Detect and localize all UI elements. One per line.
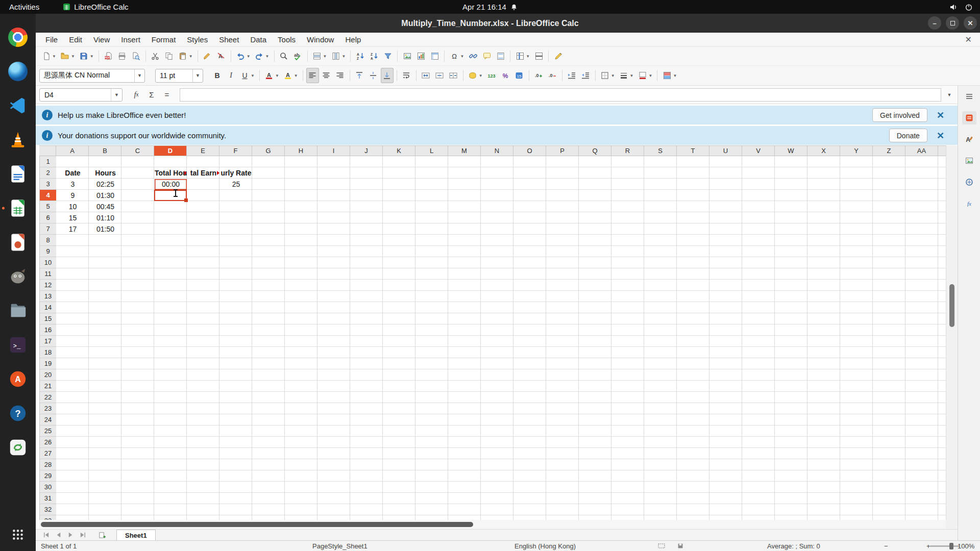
column-header-o[interactable]: O — [513, 146, 546, 156]
row-header-20[interactable]: 20 — [40, 369, 56, 381]
help-dock-item[interactable]: ? — [0, 396, 36, 430]
column-header-z[interactable]: Z — [873, 146, 905, 156]
chevron-down-icon[interactable]: ▼ — [189, 54, 193, 59]
page-style-status[interactable]: PageStyle_Sheet1 — [312, 541, 368, 551]
row-header-19[interactable]: 19 — [40, 358, 56, 369]
cell-d3[interactable]: 00:00 — [155, 179, 187, 190]
row-header-24[interactable]: 24 — [40, 414, 56, 425]
align-top-button[interactable] — [353, 68, 366, 83]
format-number-button[interactable]: 123 — [485, 68, 498, 83]
row-header-32[interactable]: 32 — [40, 504, 56, 515]
cell-b6[interactable]: 01:10 — [89, 213, 121, 223]
clear-formatting-button[interactable]: A — [215, 48, 228, 64]
clone-formatting-button[interactable] — [201, 48, 214, 64]
row-header-13[interactable]: 13 — [40, 291, 56, 302]
sidebar-functions[interactable]: fx — [962, 197, 976, 210]
firefox-dock-item[interactable] — [0, 54, 36, 88]
column-header-f[interactable]: F — [219, 146, 252, 156]
last-sheet-icon[interactable] — [77, 531, 89, 539]
format-percent-button[interactable]: % — [499, 68, 512, 83]
font-color-button[interactable]: A▼ — [263, 68, 281, 83]
column-header-s[interactable]: S — [644, 146, 677, 156]
headers-footers-button[interactable] — [494, 48, 507, 64]
add-decimal-button[interactable]: .0 — [532, 68, 545, 83]
row-header-29[interactable]: 29 — [40, 470, 56, 482]
selection-mode-icon[interactable] — [657, 541, 666, 551]
column-header-c[interactable]: C — [121, 146, 154, 156]
column-header-x[interactable]: X — [807, 146, 840, 156]
row-header-25[interactable]: 25 — [40, 425, 56, 437]
backups-dock-item[interactable] — [0, 430, 36, 464]
first-sheet-icon[interactable] — [40, 531, 52, 539]
column-header-r[interactable]: R — [611, 146, 644, 156]
column-header-n[interactable]: N — [481, 146, 513, 156]
close-infobar-icon[interactable]: ✕ — [937, 130, 944, 141]
close-button[interactable]: ✕ — [964, 16, 977, 30]
menu-sheet[interactable]: Sheet — [213, 33, 244, 46]
chevron-down-icon[interactable]: ▼ — [71, 54, 75, 59]
chevron-down-icon[interactable]: ▼ — [192, 69, 203, 82]
row-header-30[interactable]: 30 — [40, 482, 56, 493]
column-header-p[interactable]: P — [546, 146, 579, 156]
row-header-16[interactable]: 16 — [40, 324, 56, 336]
increase-indent-button[interactable] — [566, 68, 578, 83]
row-header-4[interactable]: 4 — [40, 190, 56, 201]
zoom-slider[interactable] — [930, 545, 960, 547]
libreoffice-calc-dock-item[interactable] — [0, 191, 36, 225]
autofilter-button[interactable] — [381, 48, 394, 64]
cell-a3[interactable]: 3 — [57, 179, 89, 190]
column-header-e[interactable]: E — [187, 146, 219, 156]
align-left-button[interactable] — [306, 68, 319, 83]
delete-decimal-button[interactable]: .0 — [546, 68, 559, 83]
row-header-26[interactable]: 26 — [40, 437, 56, 448]
cell-a7[interactable]: 17 — [57, 224, 89, 235]
insert-image-button[interactable] — [401, 48, 413, 64]
column-header-a[interactable]: A — [56, 146, 89, 156]
gimp-dock-item[interactable] — [0, 259, 36, 293]
column-header-d[interactable]: D — [154, 146, 187, 156]
vscode-icon[interactable] — [8, 95, 28, 116]
cell-b5[interactable]: 00:45 — [89, 202, 121, 212]
cell-b4[interactable]: 01:30 — [89, 190, 121, 201]
libreoffice-writer-dock-item[interactable] — [0, 157, 36, 191]
zoom-level[interactable]: 100% — [958, 541, 974, 551]
wrap-text-button[interactable] — [400, 68, 413, 83]
cell-f3[interactable]: 25 — [220, 179, 252, 190]
chrome-icon[interactable] — [8, 28, 28, 47]
column-header-w[interactable]: W — [775, 146, 807, 156]
hyperlink-button[interactable] — [467, 48, 479, 64]
chevron-down-icon[interactable]: ▼ — [630, 73, 634, 78]
cell-cursor-selection[interactable] — [154, 190, 187, 201]
power-icon[interactable] — [965, 3, 973, 11]
merge-cells-button[interactable] — [433, 68, 446, 83]
column-header-i[interactable]: I — [317, 146, 350, 156]
open-button[interactable]: ▼ — [59, 48, 77, 64]
row-header-23[interactable]: 23 — [40, 403, 56, 414]
chevron-down-icon[interactable]: ▼ — [526, 54, 530, 59]
chevron-down-icon[interactable]: ▼ — [134, 69, 144, 82]
vscode-dock-item[interactable] — [0, 88, 36, 122]
activities-button[interactable]: Activities — [0, 0, 48, 14]
row-header-12[interactable]: 12 — [40, 280, 56, 291]
menu-data[interactable]: Data — [244, 33, 272, 46]
zoom-slider-thumb[interactable] — [949, 543, 953, 549]
vlc-dock-item[interactable] — [0, 122, 36, 157]
column-header-t[interactable]: T — [677, 146, 709, 156]
borders-button[interactable]: ▼ — [599, 68, 617, 83]
row-header-15[interactable]: 15 — [40, 313, 56, 324]
get-involved-button[interactable]: Get involved — [872, 108, 927, 122]
cell-a4[interactable]: 9 — [57, 190, 89, 201]
menu-window[interactable]: Window — [301, 33, 339, 46]
chrome-dock-item[interactable] — [0, 20, 36, 54]
menu-insert[interactable]: Insert — [115, 33, 146, 46]
horizontal-scrollbar[interactable] — [39, 520, 946, 529]
name-box[interactable]: D4▼ — [39, 88, 122, 102]
cell-a2[interactable]: Date — [57, 168, 89, 179]
menu-tools[interactable]: Tools — [272, 33, 301, 46]
libreoffice-writer-icon[interactable] — [8, 164, 28, 184]
chevron-down-icon[interactable]: ▼ — [341, 54, 346, 59]
align-center-button[interactable] — [320, 68, 333, 83]
center-vertically-button[interactable] — [367, 68, 380, 83]
function-wizard-button[interactable]: fx — [130, 88, 143, 102]
align-bottom-button[interactable] — [381, 68, 394, 83]
